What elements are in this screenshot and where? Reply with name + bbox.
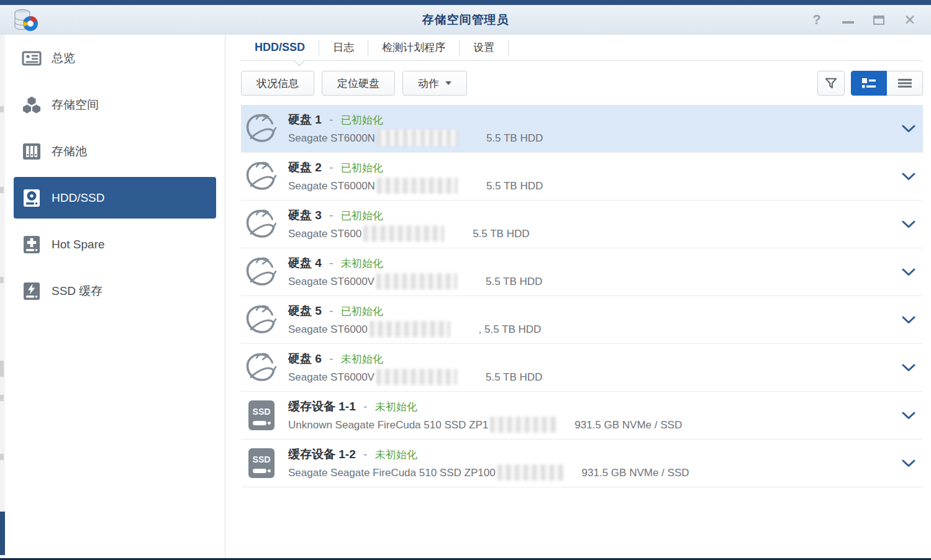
drive-row[interactable]: SSD 缓存设备 1-2 - 未初始化 Seagate Seagate Fire… xyxy=(241,440,923,487)
chevron-down-icon[interactable] xyxy=(894,412,923,420)
drive-capacity: 5.5 TB HDD xyxy=(486,371,542,383)
desktop-edge-artifacts xyxy=(0,35,5,558)
toolbar: 状况信息 定位硬盘 动作 xyxy=(241,71,923,96)
list-view-icon[interactable] xyxy=(887,71,923,96)
sidebar-item-label: SSD 缓存 xyxy=(52,283,102,299)
window-controls: ? ✕ xyxy=(809,5,917,35)
svg-text:SSD: SSD xyxy=(253,407,271,417)
drive-name-status-separator: - xyxy=(329,209,333,222)
drive-name-status-separator: - xyxy=(363,400,367,413)
action-dropdown-button[interactable]: 动作 xyxy=(402,71,467,96)
tab-bar: HDD/SSD日志检测计划程序设置 xyxy=(241,35,923,61)
drive-model: Seagate ST6000V xyxy=(288,371,375,383)
drive-status-badge: 未初始化 xyxy=(341,353,383,365)
drive-capacity: 931.5 GB NVMe / SSD xyxy=(582,467,689,479)
sidebar-item-[interactable]: 总览 xyxy=(5,35,225,81)
drive-row[interactable]: 硬盘 5 - 已初始化 Seagate ST6000, 5.5 TB HDD xyxy=(241,296,923,344)
filter-icon[interactable] xyxy=(817,71,845,96)
redacted-serial xyxy=(377,130,458,146)
storage-manager-window: 存储空间管理员 ? ✕ 总览 存储空间 存储池 HDD/SSD Hot Spar… xyxy=(0,0,931,560)
help-icon[interactable]: ? xyxy=(809,11,824,29)
view-toggle xyxy=(851,71,923,96)
drive-list: 硬盘 1 - 已初始化 Seagate ST6000N5.5 TB HDD 硬盘… xyxy=(225,105,931,487)
drive-capacity: 5.5 TB HDD xyxy=(486,276,542,287)
tab-2[interactable]: 检测计划程序 xyxy=(368,35,459,60)
sidebar-item-label: HDD/SSD xyxy=(52,191,105,205)
seagate-logo-icon xyxy=(241,351,282,384)
drive-status-badge: 未初始化 xyxy=(375,401,417,413)
svg-text:SSD: SSD xyxy=(253,454,271,464)
sidebar-item-label: 存储空间 xyxy=(52,97,99,113)
window-top-stripe xyxy=(0,0,931,5)
chevron-down-icon[interactable] xyxy=(894,220,923,228)
tab-0[interactable]: HDD/SSD xyxy=(241,35,319,60)
drive-capacity: 5.5 TB HDD xyxy=(486,180,543,192)
seagate-logo-icon xyxy=(241,304,282,336)
drive-name: 缓存设备 1-2 xyxy=(288,448,356,461)
tab-1[interactable]: 日志 xyxy=(319,35,368,60)
drive-row[interactable]: 硬盘 3 - 已初始化 Seagate ST6005.5 TB HDD xyxy=(241,201,923,248)
drive-name-status-separator: - xyxy=(329,352,333,365)
status-info-button[interactable]: 状况信息 xyxy=(241,71,314,96)
sidebar-item-hotspare[interactable]: Hot Spare xyxy=(5,221,225,268)
chevron-down-icon[interactable] xyxy=(894,459,923,467)
drive-status-badge: 未初始化 xyxy=(341,258,383,269)
close-icon[interactable]: ✕ xyxy=(902,11,917,29)
chevron-down-icon[interactable] xyxy=(894,125,923,133)
sidebar-item-label: 总览 xyxy=(52,50,75,66)
drive-name-status-separator: - xyxy=(363,448,367,461)
maximize-icon[interactable] xyxy=(871,11,886,29)
drive-row[interactable]: 硬盘 4 - 未初始化 Seagate ST6000V5.5 TB HDD xyxy=(241,248,923,296)
detail-view-icon[interactable] xyxy=(851,71,887,96)
caret-down-icon xyxy=(445,81,452,85)
chevron-down-icon[interactable] xyxy=(894,173,923,181)
chevron-down-icon[interactable] xyxy=(894,316,923,324)
sidebar-item-[interactable]: 存储池 xyxy=(5,128,225,174)
chevron-down-icon[interactable] xyxy=(894,364,923,372)
drive-row[interactable]: 硬盘 6 - 未初始化 Seagate ST6000V5.5 TB HDD xyxy=(241,344,923,392)
tab-separator xyxy=(508,40,509,56)
drive-name-status-separator: - xyxy=(329,113,333,126)
locate-drive-button[interactable]: 定位硬盘 xyxy=(322,71,395,96)
minimize-icon[interactable] xyxy=(840,11,855,29)
seagate-logo-icon xyxy=(241,256,282,288)
drive-row[interactable]: 硬盘 2 - 已初始化 Seagate ST6000N5.5 TB HDD xyxy=(241,153,923,201)
hdd-ssd-icon xyxy=(22,188,42,208)
ssd-cache-icon xyxy=(22,281,42,301)
drive-capacity: 931.5 GB NVMe / SSD xyxy=(574,419,682,431)
drive-model: Seagate ST6000N xyxy=(288,180,375,192)
drive-name: 硬盘 1 xyxy=(288,113,322,126)
drive-name-status-separator: - xyxy=(329,256,333,269)
redacted-serial xyxy=(376,369,457,385)
redacted-serial xyxy=(376,273,457,289)
tab-3[interactable]: 设置 xyxy=(460,35,508,60)
drive-name: 硬盘 6 xyxy=(288,352,322,365)
drive-model: Seagate ST6000 xyxy=(288,323,368,335)
drive-row[interactable]: 硬盘 1 - 已初始化 Seagate ST6000N5.5 TB HDD xyxy=(241,105,923,153)
seagate-logo-icon xyxy=(241,112,282,145)
redacted-serial xyxy=(497,464,565,481)
seagate-logo-icon xyxy=(241,208,282,240)
drive-name-status-separator: - xyxy=(329,304,333,317)
drive-status-badge: 已初始化 xyxy=(341,305,383,317)
drive-status-badge: 未初始化 xyxy=(375,449,417,461)
storage-volume-icon xyxy=(22,95,42,115)
drive-status-badge: 已初始化 xyxy=(341,162,383,174)
drive-model: Seagate ST600 xyxy=(288,228,361,240)
sidebar-item-[interactable]: 存储空间 xyxy=(5,81,225,128)
chevron-down-icon[interactable] xyxy=(894,268,923,276)
drive-capacity: 5.5 TB HDD xyxy=(486,132,543,144)
drive-row[interactable]: SSD 缓存设备 1-1 - 未初始化 Unknown Seagate Fire… xyxy=(241,392,923,440)
drive-name: 硬盘 3 xyxy=(288,209,322,222)
drive-name: 硬盘 5 xyxy=(288,304,322,317)
seagate-logo-icon xyxy=(241,160,282,192)
drive-name: 缓存设备 1-1 xyxy=(288,400,356,413)
sidebar-item-hddssd[interactable]: HDD/SSD xyxy=(14,177,216,219)
storage-pool-icon xyxy=(22,142,42,161)
sidebar-item-label: Hot Spare xyxy=(52,238,105,251)
sidebar-item-ssd[interactable]: SSD 缓存 xyxy=(5,268,225,314)
drive-model: Seagate ST6000N xyxy=(288,132,375,144)
ssd-device-icon: SSD xyxy=(241,399,282,431)
drive-capacity: 5.5 TB HDD xyxy=(473,228,529,240)
sidebar: 总览 存储空间 存储池 HDD/SSD Hot Spare SSD 缓存 xyxy=(5,35,225,558)
